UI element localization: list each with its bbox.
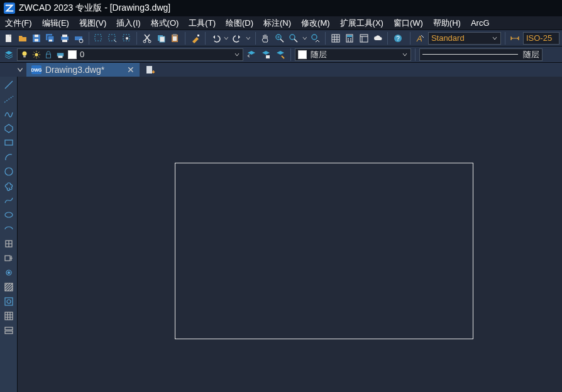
text-tool-icon[interactable] <box>2 325 16 336</box>
help-icon[interactable]: ? <box>392 32 404 45</box>
layer-state-icon[interactable] <box>260 48 272 61</box>
color-swatch <box>298 50 307 59</box>
xline-tool-icon[interactable] <box>2 94 16 105</box>
region-tool-icon[interactable] <box>2 296 16 307</box>
paste-icon[interactable] <box>169 32 181 45</box>
document-tabbar: DWG Drawing3.dwg* ✕ <box>0 63 562 77</box>
toolbar-standard: ? A Standard ISO-25 <box>0 30 562 46</box>
svg-point-26 <box>290 35 295 40</box>
hatch-tool-icon[interactable] <box>2 281 16 293</box>
svg-rect-28 <box>332 35 339 42</box>
ellipse-tool-icon[interactable] <box>2 209 16 220</box>
layer-manager-icon[interactable] <box>3 48 15 61</box>
layer-combo[interactable]: 0 <box>17 48 243 61</box>
zoom-realtime-icon[interactable] <box>273 32 285 45</box>
chevron-down-icon <box>402 52 408 58</box>
dwg-file-icon: DWG <box>31 65 41 74</box>
save-icon[interactable] <box>31 32 43 45</box>
zoom-prev-icon[interactable] <box>309 32 321 45</box>
separator <box>89 32 89 45</box>
menu-dim[interactable]: 标注(N) <box>258 16 296 30</box>
new-file-icon[interactable] <box>3 32 14 45</box>
dimstyle-combo[interactable]: ISO-25 <box>523 32 559 45</box>
pan-selection-icon[interactable] <box>121 32 133 45</box>
menubar: 文件(F) 编辑(E) 视图(V) 插入(I) 格式(O) 工具(T) 绘图(D… <box>0 16 562 30</box>
layer-prev-icon[interactable] <box>245 48 258 61</box>
tab-list-dropdown[interactable] <box>14 63 26 77</box>
menu-view[interactable]: 视图(V) <box>74 16 111 30</box>
svg-rect-57 <box>5 298 13 305</box>
point-tool-icon[interactable] <box>2 267 16 278</box>
rectangle-tool-icon[interactable] <box>2 137 16 148</box>
polygon-tool-icon[interactable] <box>2 122 16 134</box>
menu-insert[interactable]: 插入(I) <box>111 16 145 30</box>
color-combo[interactable]: 随层 <box>295 48 411 61</box>
separator <box>505 32 505 45</box>
block-create-icon[interactable] <box>2 253 16 264</box>
block-insert-icon[interactable] <box>2 238 16 249</box>
svg-rect-13 <box>95 35 101 41</box>
saveall-icon[interactable] <box>45 32 57 45</box>
svg-point-39 <box>23 51 27 55</box>
table-icon[interactable] <box>329 32 341 45</box>
separator <box>325 32 326 45</box>
spline-tool-icon[interactable] <box>2 195 16 206</box>
print-icon[interactable] <box>58 32 70 45</box>
drawn-rectangle[interactable] <box>175 163 473 339</box>
menu-arcgis[interactable]: ArcG <box>466 16 495 30</box>
table-tool-icon[interactable] <box>2 310 16 322</box>
textstyle-combo[interactable]: Standard <box>428 32 501 45</box>
dimstyle-icon[interactable] <box>509 32 521 45</box>
document-tab[interactable]: DWG Drawing3.dwg* ✕ <box>26 63 140 77</box>
layer-iso-icon[interactable] <box>274 48 287 61</box>
separator <box>410 32 410 45</box>
cloud-icon[interactable] <box>372 32 383 45</box>
line-tool-icon[interactable] <box>2 79 16 90</box>
revcloud-tool-icon[interactable] <box>2 180 16 192</box>
linetype-combo[interactable]: 随层 <box>419 48 543 61</box>
menu-draw[interactable]: 绘图(D) <box>221 16 258 30</box>
redo-dropdown-icon[interactable] <box>245 35 251 41</box>
menu-modify[interactable]: 修改(M) <box>296 16 335 30</box>
svg-point-51 <box>5 212 13 217</box>
menu-help[interactable]: 帮助(H) <box>428 16 466 30</box>
separator <box>387 32 388 45</box>
calc-icon[interactable] <box>344 32 356 45</box>
pan-icon[interactable] <box>260 32 272 45</box>
svg-rect-49 <box>5 140 13 145</box>
svg-text:DWG: DWG <box>31 68 41 72</box>
menu-edit[interactable]: 编辑(E) <box>37 16 74 30</box>
svg-text:?: ? <box>396 35 400 42</box>
separator <box>205 32 206 45</box>
linetype-preview <box>422 54 518 55</box>
select-window-icon[interactable] <box>107 32 119 45</box>
menu-window[interactable]: 窗口(W) <box>388 16 428 30</box>
polyline-tool-icon[interactable] <box>2 108 16 119</box>
menu-format[interactable]: 格式(O) <box>146 16 184 30</box>
match-prop-icon[interactable] <box>189 32 201 45</box>
menu-extend[interactable]: 扩展工具(X) <box>335 16 388 30</box>
ellipse-arc-tool-icon[interactable] <box>2 224 16 235</box>
textstyle-icon[interactable]: A <box>414 32 426 45</box>
tab-close-icon[interactable]: ✕ <box>127 65 135 75</box>
svg-point-50 <box>5 168 13 175</box>
redo-icon[interactable] <box>231 32 243 45</box>
new-tab-button[interactable] <box>143 63 157 77</box>
menu-file[interactable]: 文件(F) <box>0 16 37 30</box>
menu-tools[interactable]: 工具(T) <box>184 16 221 30</box>
undo-dropdown-icon[interactable] <box>223 35 229 41</box>
svg-rect-3 <box>35 39 38 41</box>
print-preview-icon[interactable] <box>72 32 84 45</box>
open-file-icon[interactable] <box>16 32 28 45</box>
cut-icon[interactable] <box>141 32 153 45</box>
copy-icon[interactable] <box>155 32 167 45</box>
select-icon[interactable] <box>92 32 104 45</box>
workspace <box>0 77 562 392</box>
arc-tool-icon[interactable] <box>2 151 16 163</box>
drawing-canvas[interactable] <box>18 77 562 392</box>
undo-icon[interactable] <box>209 32 221 45</box>
circle-tool-icon[interactable] <box>2 166 16 177</box>
zoom-dropdown-icon[interactable] <box>302 35 308 41</box>
zoom-window-icon[interactable] <box>287 32 299 45</box>
properties-icon[interactable] <box>358 32 370 45</box>
